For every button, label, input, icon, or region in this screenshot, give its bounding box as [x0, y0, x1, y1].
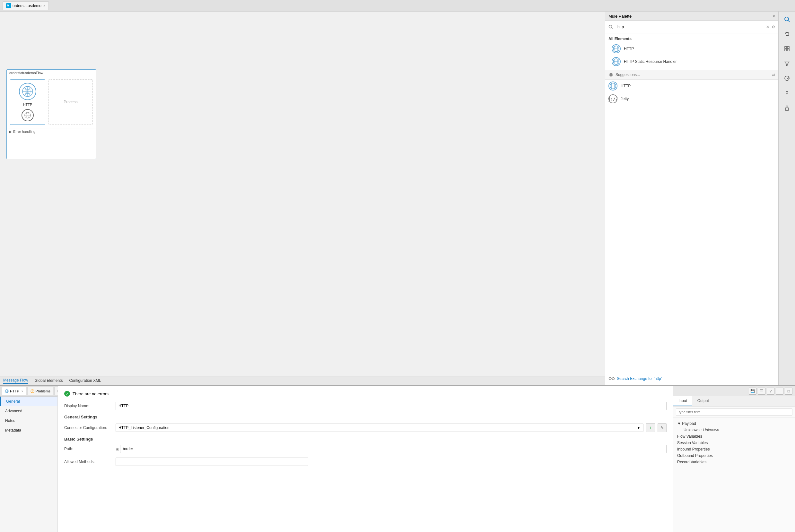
nav-item-notes[interactable]: Notes	[0, 416, 57, 425]
palette-item-http[interactable]: HTTP	[608, 42, 775, 55]
bottom-tab-http[interactable]: HTTP ×	[2, 387, 26, 395]
path-row: Path: ▣	[64, 445, 667, 453]
tab-message-flow[interactable]: Message Flow	[3, 377, 28, 384]
toolbar-list-btn[interactable]: ☰	[758, 387, 765, 395]
palette-search-icon	[608, 25, 613, 29]
bottom-tab-problems-icon: !	[31, 389, 34, 393]
bottom-panel-tab-bar: HTTP × ! Problems >_ Console	[0, 386, 57, 397]
palette-close-button[interactable]: ×	[773, 14, 775, 19]
connector-add-button[interactable]: +	[646, 423, 655, 432]
palette-http-icon	[612, 44, 621, 53]
right-properties-panel: 💾 ☰ ? _ □ Input Output ▼ Payload	[673, 386, 795, 532]
bottom-tab-http-close[interactable]: ×	[21, 390, 23, 393]
display-name-input[interactable]	[116, 402, 667, 410]
allowed-methods-label: Allowed Methods:	[64, 459, 116, 464]
canvas-bottom-tabs: Message Flow Global Elements Configurati…	[0, 376, 605, 385]
allowed-methods-row: Allowed Methods:	[64, 458, 667, 466]
error-triangle-icon: ▶	[9, 130, 12, 133]
inbound-properties-item[interactable]: Inbound Properties	[676, 446, 792, 452]
anypoint-icon	[608, 375, 615, 382]
tab-configuration-xml[interactable]: Configuration XML	[69, 378, 101, 383]
error-handling-section[interactable]: ▶ Error handling	[7, 128, 96, 135]
flow-container: orderstatusdemoFlow	[6, 69, 96, 159]
error-status-row: ✓ There are no errors.	[64, 391, 667, 397]
record-variables-label: Record Variables	[677, 460, 706, 464]
toolbar-pin-icon[interactable]	[782, 88, 792, 98]
flow-variables-item[interactable]: Flow Variables	[676, 433, 792, 440]
flow-process-section: Process	[49, 79, 93, 125]
palette-search-bar: ✕ ⚙	[605, 21, 778, 33]
toolbar-save-btn[interactable]: 💾	[749, 387, 756, 395]
mule-logo-icon: M	[6, 3, 11, 8]
connector-config-label: Connector Configuration:	[64, 425, 116, 430]
toolbar-help-btn[interactable]: ?	[767, 387, 774, 395]
svg-point-21	[609, 378, 611, 380]
tab-close-button[interactable]: ×	[43, 4, 45, 8]
display-name-row: Display Name:	[64, 402, 667, 410]
toolbar-lock-icon[interactable]	[782, 103, 792, 113]
svg-line-10	[612, 28, 613, 29]
palette-search-input[interactable]	[615, 23, 764, 31]
basic-settings-title: Basic Settings	[64, 437, 667, 441]
toolbar-transform-icon[interactable]	[782, 73, 792, 83]
nav-item-metadata[interactable]: Metadata	[0, 425, 57, 435]
toolbar-undo-icon[interactable]	[782, 29, 792, 39]
toolbar-grid-icon[interactable]	[782, 44, 792, 54]
path-label: Path:	[64, 446, 116, 451]
bottom-tab-problems-label: Problems	[36, 389, 51, 393]
payload-tree-item[interactable]: ▼ Payload	[676, 420, 792, 427]
palette-item-http-suggestion[interactable]: HTTP	[605, 80, 778, 92]
toolbar-minimize-btn[interactable]: _	[776, 387, 783, 395]
editor-tab-bar: M orderstatusdemo ×	[0, 0, 795, 12]
bottom-tab-problems[interactable]: ! Problems	[27, 387, 53, 395]
no-errors-label: There are no errors.	[73, 392, 110, 396]
nav-item-advanced[interactable]: Advanced	[0, 406, 57, 416]
config-main-area: ✓ There are no errors. Display Name: Gen…	[58, 386, 673, 532]
record-variables-item[interactable]: Record Variables	[676, 459, 792, 465]
http-component-icon[interactable]	[19, 83, 36, 100]
toolbar-search-icon[interactable]	[782, 14, 792, 24]
palette-item-http-static[interactable]: HTTP Static Resource Handler	[608, 55, 775, 68]
outbound-properties-item[interactable]: Outbound Properties	[676, 452, 792, 459]
properties-search-input[interactable]	[676, 408, 792, 416]
exchange-link-label: Search Exchange for 'http'	[617, 376, 662, 381]
palette-settings-icon[interactable]: ⚙	[772, 25, 775, 29]
canvas-area: orderstatusdemoFlow	[0, 12, 605, 385]
properties-tab-input[interactable]: Input	[673, 396, 692, 406]
path-input[interactable]	[120, 445, 667, 453]
payload-value-item: Unknown : Unknown	[676, 427, 792, 433]
session-variables-item[interactable]: Session Variables	[676, 440, 792, 446]
svg-rect-28	[785, 49, 787, 51]
path-type-icon: ▣	[116, 447, 119, 451]
palette-item-jetty[interactable]: j:// Jetty	[605, 92, 778, 105]
svg-rect-33	[785, 108, 789, 110]
flow-title: orderstatusdemoFlow	[7, 70, 96, 76]
bottom-tab-http-label: HTTP	[10, 389, 19, 393]
payload-value: Unknown	[703, 428, 719, 432]
connector-config-select[interactable]: HTTP_Listener_Configuration ▼	[116, 423, 644, 432]
palette-title: Mule Palette	[608, 14, 632, 19]
connector-edit-button[interactable]: ✎	[658, 423, 667, 432]
suggestions-collapse-icon[interactable]: ⇄	[772, 73, 775, 77]
palette-jetty-label: Jetty	[621, 97, 629, 101]
editor-tab-orderstatusdemo[interactable]: M orderstatusdemo ×	[3, 1, 49, 10]
nav-item-general[interactable]: General	[0, 397, 57, 406]
exchange-search-link[interactable]: Search Exchange for 'http'	[605, 372, 778, 385]
no-errors-icon: ✓	[64, 391, 70, 397]
properties-tab-output[interactable]: Output	[692, 396, 714, 406]
payload-type: Unknown :	[684, 428, 702, 432]
palette-http-static-label: HTTP Static Resource Handler	[624, 59, 677, 64]
toolbar-filter-icon[interactable]	[782, 58, 792, 69]
svg-rect-27	[787, 46, 789, 49]
tab-global-elements[interactable]: Global Elements	[34, 378, 62, 383]
tab-label: orderstatusdemo	[13, 3, 41, 8]
svg-point-22	[612, 378, 614, 380]
bottom-tab-http-icon	[5, 389, 9, 393]
inbound-properties-label: Inbound Properties	[677, 447, 709, 452]
svg-rect-29	[787, 49, 789, 51]
palette-search-clear[interactable]: ✕	[766, 24, 770, 30]
toolbar-maximize-btn[interactable]: □	[785, 387, 792, 395]
allowed-methods-input[interactable]	[116, 458, 308, 466]
bottom-left-nav: HTTP × ! Problems >_ Console	[0, 386, 58, 532]
payload-label: ▼ Payload	[677, 421, 696, 426]
